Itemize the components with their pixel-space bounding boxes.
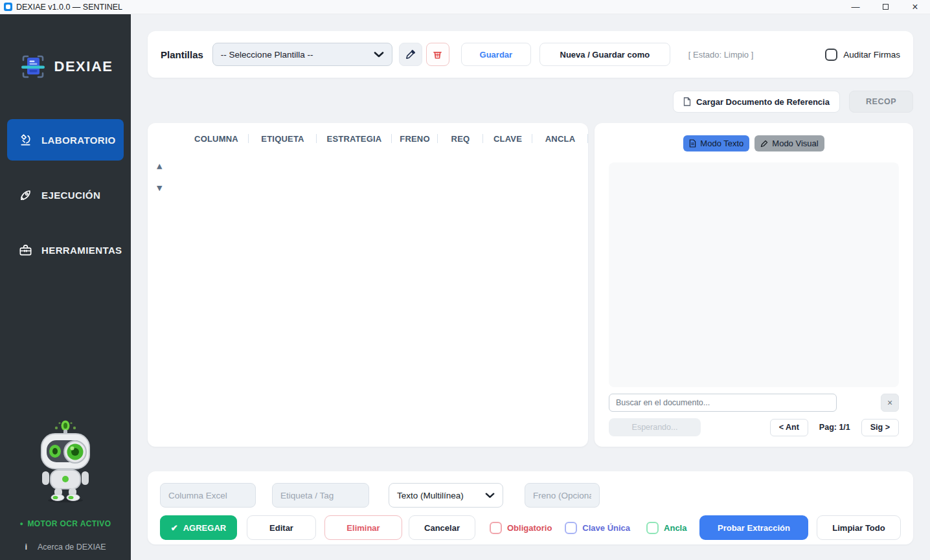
document-search-input[interactable] xyxy=(609,394,837,412)
esperando-status: Esperando... xyxy=(609,418,701,436)
guardar-label: Guardar xyxy=(480,50,513,60)
obligatorio-label: Obligatorio xyxy=(507,523,552,533)
sidebar-item-label: EJECUCIÓN xyxy=(41,190,100,201)
toolbox-icon xyxy=(18,243,33,258)
plantillas-label: Plantillas xyxy=(161,49,203,60)
modo-texto-label: Modo Texto xyxy=(700,139,743,148)
table-header-freno[interactable]: FRENO xyxy=(392,126,438,151)
sidebar-item-label: HERRAMIENTAS xyxy=(41,245,122,256)
close-button[interactable]: × xyxy=(900,0,930,14)
clave-unica-checkbox[interactable]: Clave Única xyxy=(565,522,630,534)
page-indicator: Pag: 1/1 xyxy=(819,423,850,432)
cancelar-label: Cancelar xyxy=(424,523,460,533)
table-header-columna[interactable]: COLUMNA xyxy=(184,126,249,151)
ocr-status-label: MOTOR OCR ACTIVO xyxy=(27,519,111,528)
robot-mascot-image xyxy=(27,420,104,502)
table-header-req[interactable]: REQ xyxy=(438,126,483,151)
modo-visual-label: Modo Visual xyxy=(772,139,818,148)
nueva-guardar-como-button[interactable]: Nueva / Guardar como xyxy=(539,43,670,66)
editar-button[interactable]: Editar xyxy=(247,515,316,540)
eliminar-button[interactable]: Eliminar xyxy=(324,515,402,540)
modo-texto-button[interactable]: Modo Texto xyxy=(683,135,749,151)
agregar-button[interactable]: ✔ AGREGAR xyxy=(160,515,237,540)
rocket-icon xyxy=(18,188,33,203)
ancla-checkbox[interactable]: Ancla xyxy=(646,522,686,534)
plantillas-toolbar: Plantillas -- Seleccione Plantilla -- xyxy=(148,31,913,78)
sidebar-item-ejecucion[interactable]: EJECUCIÓN xyxy=(7,174,124,216)
clear-search-button[interactable]: × xyxy=(881,394,899,412)
field-editor-form: Texto (Multilínea) ✔ AGREGAR Editar xyxy=(148,471,913,544)
freno-input[interactable] xyxy=(525,483,600,508)
viewer-mode-toggle: Modo Texto Modo Visual xyxy=(609,135,899,151)
table-header-ancla[interactable]: ANCLA xyxy=(532,126,588,151)
auditar-firmas-label: Auditar Firmas xyxy=(843,50,900,60)
document-search-row: × xyxy=(609,394,899,412)
probar-extraccion-button[interactable]: Probar Extracción xyxy=(699,515,808,540)
checkbox-icon[interactable] xyxy=(565,522,577,534)
cancelar-button[interactable]: Cancelar xyxy=(409,515,475,540)
prev-page-button[interactable]: < Ant xyxy=(770,419,808,436)
move-row-down-button[interactable]: ▼ xyxy=(157,184,167,192)
guardar-button[interactable]: Guardar xyxy=(461,43,531,66)
checkbox-icon[interactable] xyxy=(646,522,659,534)
edit-template-button[interactable] xyxy=(399,43,422,66)
agregar-label: AGREGAR xyxy=(183,523,226,533)
main-content: Plantillas -- Seleccione Plantilla -- xyxy=(131,14,930,560)
table-header-estrategia[interactable]: ESTRATEGIA xyxy=(317,126,392,151)
table-header-controls xyxy=(148,126,184,151)
checkbox-icon[interactable] xyxy=(490,522,502,534)
field-inputs-row: Texto (Multilínea) xyxy=(160,483,901,508)
sidebar-nav: LABORATORIO EJECUCIÓN xyxy=(7,119,124,271)
estado-badge: [ Estado: Limpio ] xyxy=(688,50,753,60)
chevron-down-icon xyxy=(485,493,495,498)
row-reorder-controls: ▲ ▼ xyxy=(148,162,588,192)
delete-template-button[interactable] xyxy=(426,43,449,66)
minimize-button[interactable]: — xyxy=(841,0,870,14)
document-bar: Cargar Documento de Referencia RECOP xyxy=(148,91,913,113)
table-header-row: COLUMNA ETIQUETA ESTRATEGIA FRENO REQ CL… xyxy=(148,123,588,151)
window-title: DEXIAE v1.0.0 — SENTINEL xyxy=(16,3,122,12)
cargar-documento-button[interactable]: Cargar Documento de Referencia xyxy=(673,91,840,113)
checkbox-icon[interactable] xyxy=(825,49,837,61)
window-controls: — × xyxy=(841,0,930,14)
nueva-label: Nueva / Guardar como xyxy=(560,50,650,60)
trash-icon xyxy=(432,49,443,60)
auditar-firmas-checkbox[interactable]: Auditar Firmas xyxy=(825,49,900,61)
document-icon xyxy=(683,97,691,106)
modo-visual-button[interactable]: Modo Visual xyxy=(754,135,824,151)
pencil-icon xyxy=(405,49,416,60)
plantilla-select-value: -- Seleccione Plantilla -- xyxy=(221,50,313,60)
limpiar-todo-button[interactable]: Limpiar Todo xyxy=(817,515,901,540)
maximize-button[interactable] xyxy=(870,0,900,14)
sidebar: DEXIAE LABORATORIO xyxy=(0,14,131,560)
check-icon: ✔ xyxy=(171,523,178,533)
titlebar: DEXIAE v1.0.0 — SENTINEL — × xyxy=(0,0,930,14)
columna-excel-input[interactable] xyxy=(160,483,256,508)
about-link[interactable]: i Acerca de DEXIAE xyxy=(25,542,106,552)
sidebar-item-herramientas[interactable]: HERRAMIENTAS xyxy=(7,229,124,271)
table-header-clave[interactable]: CLAVE xyxy=(483,126,532,151)
next-page-button[interactable]: Sig > xyxy=(861,419,899,436)
document-preview-area[interactable] xyxy=(609,162,899,387)
recop-label: RECOP xyxy=(866,97,896,106)
ocr-status: ● MOTOR OCR ACTIVO xyxy=(20,519,111,528)
move-row-up-button[interactable]: ▲ xyxy=(157,162,167,170)
plantilla-select[interactable]: -- Seleccione Plantilla -- xyxy=(212,43,392,66)
microscope-icon xyxy=(18,133,33,148)
tipo-select-value: Texto (Multilínea) xyxy=(397,491,464,500)
pagination-row: Esperando... < Ant Pag: 1/1 Sig > xyxy=(609,418,899,436)
table-header-etiqueta[interactable]: ETIQUETA xyxy=(249,126,317,151)
form-buttons-row: ✔ AGREGAR Editar Eliminar Cancelar Obli xyxy=(160,515,901,540)
etiqueta-tag-input[interactable] xyxy=(272,483,369,508)
document-scan-icon xyxy=(18,52,48,82)
recop-button[interactable]: RECOP xyxy=(849,91,913,113)
tipo-select[interactable]: Texto (Multilínea) xyxy=(389,483,503,508)
about-label: Acerca de DEXIAE xyxy=(38,543,106,552)
info-icon: i xyxy=(25,542,27,552)
cargar-documento-label: Cargar Documento de Referencia xyxy=(696,97,830,107)
app-logo: DEXIAE xyxy=(18,52,113,82)
sidebar-item-laboratorio[interactable]: LABORATORIO xyxy=(7,119,124,161)
editar-label: Editar xyxy=(269,523,293,533)
app-icon xyxy=(4,3,12,11)
obligatorio-checkbox[interactable]: Obligatorio xyxy=(490,522,552,534)
